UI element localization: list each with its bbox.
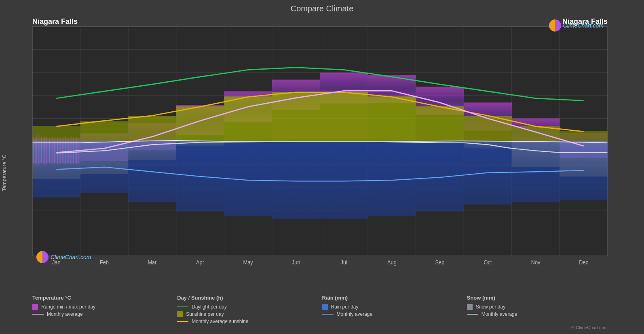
svg-rect-74	[176, 106, 224, 142]
legend-rain-bar: Rain per day	[322, 304, 467, 310]
rain-bar-label: Rain per day	[331, 304, 359, 310]
svg-text:May: May	[243, 259, 253, 266]
legend-rain-title: Rain (mm)	[322, 295, 467, 301]
svg-rect-91	[416, 141, 464, 211]
chart-area: Niagara Falls Niagara Falls ClimeChart.c…	[32, 17, 608, 279]
legend-temperature-title: Temperature °C	[32, 295, 177, 301]
snow-bar-icon	[467, 304, 473, 310]
legend-snow-bar: Snow per day	[467, 304, 612, 310]
legend-snow-avg: Monthly average	[467, 311, 612, 317]
temp-range-icon	[32, 304, 38, 310]
svg-rect-88	[272, 141, 320, 219]
rain-bar-icon	[322, 304, 328, 310]
sunshine-bar-icon	[177, 311, 183, 317]
rain-avg-line-icon	[322, 314, 334, 315]
temp-range-label: Range min / max per day	[41, 304, 95, 310]
left-axis-label: Temperature °C	[1, 154, 7, 191]
chart-svg: 50 40 30 20 10 0 -10 -20 -30 -40 -50 24 …	[32, 17, 608, 279]
svg-text:Feb: Feb	[100, 259, 109, 266]
svg-text:Jun: Jun	[292, 259, 300, 266]
page-container: Compare Climate Temperature °C Niagara F…	[0, 0, 644, 334]
svg-text:Nov: Nov	[531, 259, 541, 266]
copyright: © ClimeChart.com	[8, 325, 636, 330]
legend-group-snow: Snow (mm) Snow per day Monthly average	[467, 295, 612, 324]
page-title: Compare Climate	[8, 4, 636, 13]
logo-top-right: ClimeChart.com	[549, 19, 604, 32]
temp-avg-line-icon	[32, 314, 44, 315]
snow-bar-label: Snow per day	[476, 304, 505, 310]
legend-container: Temperature °C Range min / max per day M…	[8, 291, 636, 324]
legend-temp-avg: Monthly average	[32, 311, 177, 317]
svg-rect-79	[416, 106, 464, 142]
svg-text:Mar: Mar	[148, 259, 156, 266]
sunshine-avg-line-icon	[177, 321, 188, 322]
temp-avg-label: Monthly average	[47, 311, 83, 317]
legend-snow-title: Snow (mm)	[467, 295, 612, 301]
svg-rect-78	[368, 96, 416, 141]
sunshine-bar-label: Sunshine per day	[186, 311, 224, 317]
legend-group-temperature: Temperature °C Range min / max per day M…	[32, 295, 177, 324]
svg-text:Dec: Dec	[579, 259, 588, 266]
logo-text-right: ClimeChart.com	[563, 22, 604, 29]
svg-text:Oct: Oct	[484, 259, 492, 266]
legend-group-sunshine: Day / Sunshine (h) Daylight per day Suns…	[177, 295, 322, 324]
logo-text-left: ClimeChart.com	[51, 254, 91, 260]
legend-sunshine-bar: Sunshine per day	[177, 311, 322, 317]
rain-avg-label: Monthly average	[337, 311, 373, 317]
legend-daylight: Daylight per day	[177, 304, 322, 310]
svg-rect-82	[560, 131, 608, 141]
svg-rect-76	[272, 92, 320, 142]
snow-avg-line-icon	[467, 314, 478, 315]
legend-sunshine-title: Day / Sunshine (h)	[177, 295, 322, 301]
svg-text:Sep: Sep	[435, 259, 445, 266]
svg-rect-89	[320, 141, 368, 219]
legend-temp-range: Range min / max per day	[32, 304, 177, 310]
logo-bottom-left: ClimeChart.com	[36, 251, 91, 263]
legend-rain-avg: Monthly average	[322, 311, 467, 317]
svg-text:Apr: Apr	[196, 259, 204, 266]
daylight-line-icon	[177, 306, 188, 307]
svg-rect-95	[32, 141, 80, 179]
location-left: Niagara Falls	[32, 17, 78, 26]
legend-sunshine-avg: Monthly average sunshine	[177, 319, 322, 324]
legend-group-rain: Rain (mm) Rain per day Monthly average	[322, 295, 467, 324]
svg-rect-77	[320, 92, 368, 142]
svg-rect-71	[32, 126, 80, 141]
logo-icon-left	[36, 251, 49, 263]
chart-wrapper: Temperature °C Niagara Falls Niagara Fal…	[8, 15, 636, 330]
svg-rect-72	[80, 121, 129, 141]
snow-avg-label: Monthly average	[481, 311, 517, 317]
daylight-label: Daylight per day	[192, 304, 227, 310]
svg-rect-100	[512, 141, 560, 167]
svg-text:Jul: Jul	[341, 259, 347, 266]
svg-text:Aug: Aug	[387, 259, 397, 266]
sunshine-avg-label: Monthly average sunshine	[192, 319, 248, 324]
logo-icon-right	[549, 19, 561, 32]
